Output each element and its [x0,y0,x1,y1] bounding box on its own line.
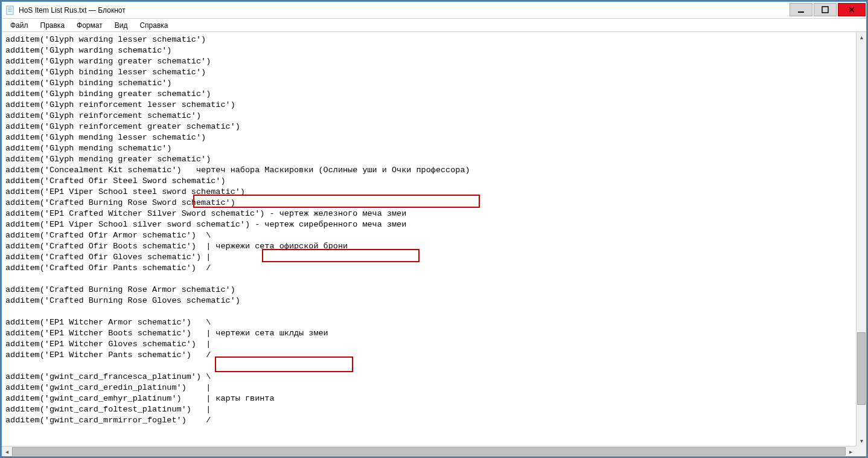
vertical-scrollbar[interactable]: ▴ ▾ [856,32,866,446]
horizontal-scrollbar[interactable]: ◂ ▸ [2,446,856,456]
vscroll-thumb[interactable] [857,332,866,405]
menu-edit[interactable]: Правка [34,20,71,31]
scroll-up-icon[interactable]: ▴ [857,32,866,42]
titlebar[interactable]: HoS Item List Rus.txt — Блокнот [2,2,866,19]
scroll-down-icon[interactable]: ▾ [857,436,866,446]
notepad-window: HoS Item List Rus.txt — Блокнот Файл Пра… [1,1,867,457]
maximize-button[interactable] [814,3,837,16]
hscroll-track[interactable] [12,447,846,456]
hscroll-thumb[interactable] [12,447,846,456]
menu-format[interactable]: Формат [71,20,109,31]
window-title: HoS Item List Rus.txt — Блокнот [19,6,789,15]
scroll-right-icon[interactable]: ▸ [846,447,856,456]
menubar: Файл Правка Формат Вид Справка [2,19,866,32]
close-button[interactable] [838,3,866,16]
menu-help[interactable]: Справка [133,20,174,31]
content-wrapper: additem('Glyph warding lesser schematic'… [2,32,866,456]
notepad-icon [5,5,15,15]
window-controls [789,2,866,18]
scroll-corner [856,446,866,456]
vscroll-track[interactable] [857,42,866,436]
text-area[interactable]: additem('Glyph warding lesser schematic'… [2,32,856,446]
minimize-button[interactable] [790,3,812,16]
scroll-left-icon[interactable]: ◂ [2,447,12,456]
svg-rect-5 [822,7,828,13]
menu-file[interactable]: Файл [4,20,34,31]
svg-rect-4 [798,11,804,13]
menu-view[interactable]: Вид [109,20,134,31]
svg-rect-0 [7,6,13,15]
